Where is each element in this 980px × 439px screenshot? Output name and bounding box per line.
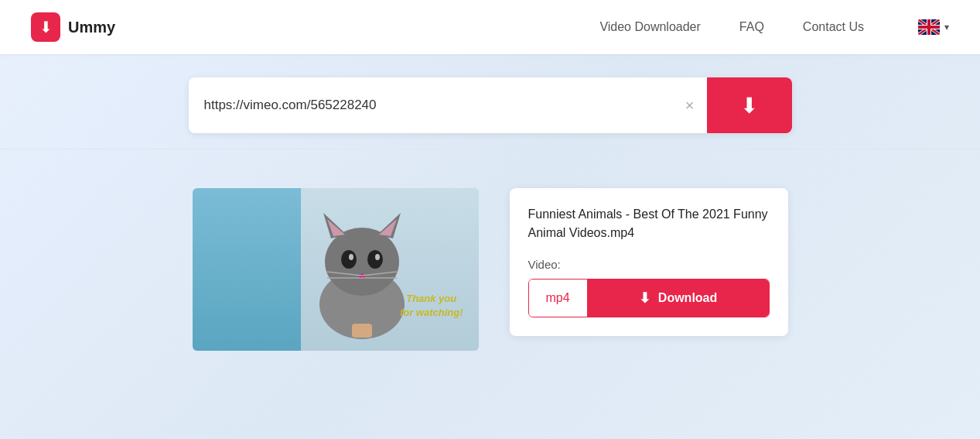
search-bar: × ⬇	[189, 77, 792, 133]
format-badge: mp4	[529, 280, 588, 317]
main-nav: Video Downloader FAQ Contact Us ▾	[599, 19, 949, 35]
video-format-label: Video:	[528, 258, 770, 271]
logo-icon: ⬇	[31, 12, 60, 42]
svg-point-9	[349, 254, 353, 260]
svg-point-7	[341, 250, 357, 269]
url-input[interactable]	[189, 98, 673, 113]
svg-point-8	[367, 250, 383, 269]
language-selector[interactable]: ▾	[918, 19, 949, 35]
download-button[interactable]: ⬇ Download	[588, 280, 769, 317]
video-title: Funniest Animals - Best Of The 2021 Funn…	[528, 205, 770, 242]
svg-rect-16	[352, 324, 372, 338]
clear-button[interactable]: ×	[673, 97, 707, 115]
download-icon: ⬇	[740, 93, 758, 118]
header: ⬇ Ummy Video Downloader FAQ Contact Us ▾	[0, 0, 980, 54]
logo-wrap: ⬇ Ummy	[31, 12, 115, 42]
format-download-row: mp4 ⬇ Download	[528, 279, 770, 317]
nav-video-downloader[interactable]: Video Downloader	[599, 20, 700, 34]
download-icon: ⬇	[639, 290, 650, 307]
nav-contact-us[interactable]: Contact Us	[803, 20, 864, 34]
overlay-text: Thank you for watching!	[400, 292, 463, 320]
svg-point-10	[375, 254, 380, 260]
svg-point-2	[325, 228, 399, 296]
logo-text: Ummy	[68, 19, 115, 36]
chevron-down-icon: ▾	[944, 22, 949, 33]
result-section: Thank you for watching! Funniest Animals…	[0, 165, 980, 374]
download-button-label: Download	[658, 291, 717, 305]
search-section: × ⬇	[0, 54, 980, 149]
video-info-card: Funniest Animals - Best Of The 2021 Funn…	[510, 188, 788, 336]
cat-image	[296, 204, 428, 343]
thumb-bg-left	[193, 188, 302, 351]
flag-icon	[918, 19, 940, 35]
nav-faq[interactable]: FAQ	[739, 20, 764, 34]
video-thumbnail: Thank you for watching!	[193, 188, 479, 351]
section-divider	[0, 149, 980, 149]
search-download-button[interactable]: ⬇	[707, 77, 792, 133]
